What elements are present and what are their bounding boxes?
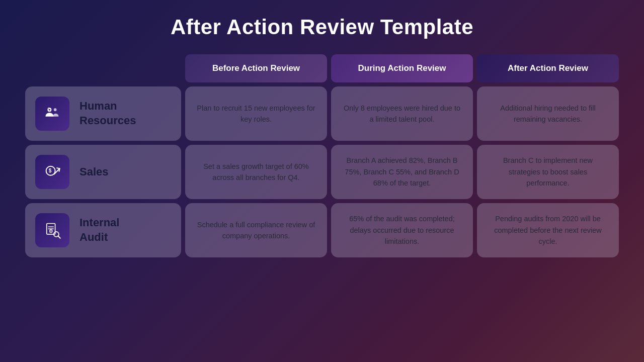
during-sales: Branch A achieved 82%, Branch B 75%, Bra… (331, 145, 473, 199)
svg-point-11 (50, 231, 51, 232)
after-audit: Pending audits from 2020 will be complet… (477, 203, 619, 257)
page-title: After Action Review Template (171, 15, 473, 39)
audit-icon-box (35, 213, 69, 247)
header-after: After Action Review (477, 54, 619, 82)
hr-icon-box (35, 97, 69, 131)
dept-name-sales: Sales (79, 165, 109, 179)
before-audit: Schedule a full compliance review of com… (185, 203, 327, 257)
svg-text:$: $ (49, 168, 52, 173)
hr-icon (43, 105, 61, 123)
during-hr: Only 8 employees were hired due to a lim… (331, 86, 473, 141)
dept-cell-audit: Internal Audit (25, 203, 181, 257)
header-during: During Action Review (331, 54, 473, 82)
dept-cell-hr: Human Resources (25, 86, 181, 141)
dept-name-hr: Human Resources (79, 99, 136, 128)
sales-icon-box: $ (35, 155, 69, 189)
svg-line-13 (58, 236, 60, 238)
dept-name-audit: Internal Audit (79, 216, 119, 244)
row-sales: $ Sales Set a sales growth target of 60%… (25, 145, 619, 199)
header-row: Before Action Review During Action Revie… (25, 54, 619, 82)
before-sales: Set a sales growth target of 60% across … (185, 145, 327, 199)
sales-icon: $ (43, 163, 61, 181)
svg-point-3 (48, 108, 49, 109)
table-container: Before Action Review During Action Revie… (25, 54, 619, 261)
during-audit: 65% of the audit was completed; delays o… (331, 203, 473, 257)
after-sales: Branch C to implement new strategies to … (477, 145, 619, 199)
svg-point-1 (54, 108, 57, 111)
before-hr: Plan to recruit 15 new employees for key… (185, 86, 327, 141)
row-audit: Internal Audit Schedule a full complianc… (25, 203, 619, 257)
dept-cell-sales: $ Sales (25, 145, 181, 199)
header-before: Before Action Review (185, 54, 327, 82)
header-empty-cell (25, 54, 181, 82)
audit-icon (43, 221, 61, 239)
after-hr: Additional hiring needed to fill remaini… (477, 86, 619, 141)
row-hr: Human Resources Plan to recruit 15 new e… (25, 86, 619, 141)
